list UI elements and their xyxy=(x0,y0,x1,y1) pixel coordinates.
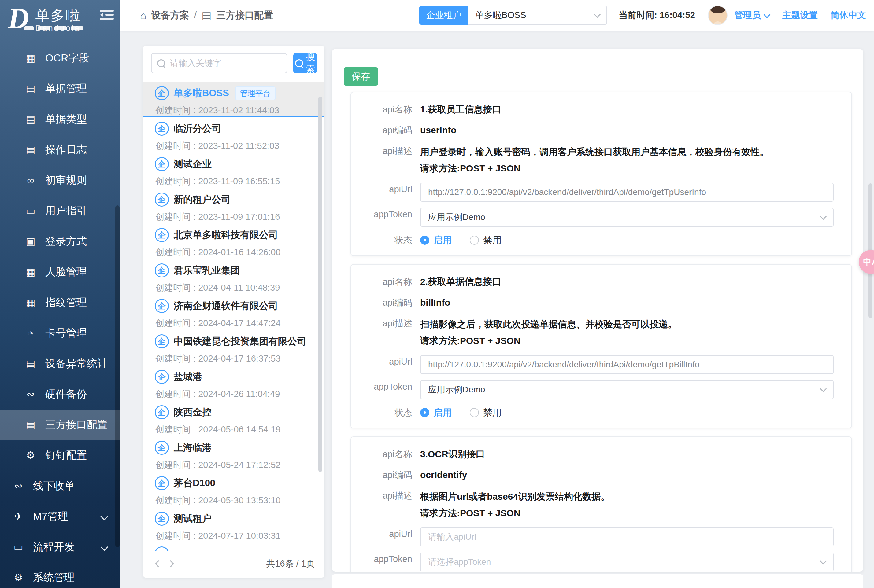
api-url-input[interactable] xyxy=(420,528,833,546)
current-time: 当前时间: 16:04:52 xyxy=(619,9,695,21)
sidebar-item-硬件备份[interactable]: ∾ 硬件备份 xyxy=(0,379,120,410)
disable-radio[interactable] xyxy=(470,236,479,245)
company-name: 新的租户公司 xyxy=(174,193,230,206)
sidebar-item-流程开发[interactable]: ▭ 流程开发 xyxy=(0,532,120,562)
sidebar-item-label: 登录方式 xyxy=(45,234,87,249)
sidebar-item-操作日志[interactable]: ▤ 操作日志 xyxy=(0,135,120,165)
theme-settings-link[interactable]: 主题设置 xyxy=(782,9,818,21)
sidebar-item-OCR字段[interactable]: ▦ OCR字段 xyxy=(0,43,120,74)
company-name: 测试租户 xyxy=(174,512,212,525)
company-name: 临沂分公司 xyxy=(174,122,221,135)
sidebar-item-钉钉配置[interactable]: ⚙ 钉钉配置 xyxy=(0,440,120,471)
enterprise-icon: 企 xyxy=(155,122,169,136)
disable-radio-label[interactable]: 禁用 xyxy=(483,406,501,419)
company-list-item[interactable]: 企 陕西金控 创建时间 : 2024-05-06 14:54:19 xyxy=(151,401,316,436)
company-list-item[interactable]: 企 盐城港 创建时间 : 2024-04-26 11:04:49 xyxy=(151,366,316,401)
company-list-item[interactable]: 企 君乐宝乳业集团 创建时间 : 2024-04-11 10:48:39 xyxy=(151,259,316,295)
sidebar-item-单据类型[interactable]: ▤ 单据类型 xyxy=(0,104,120,135)
breadcrumb-separator: / xyxy=(194,10,197,21)
enable-radio-label[interactable]: 启用 xyxy=(434,406,452,419)
status-label: 状态 xyxy=(351,233,420,247)
sidebar-item-线下收单[interactable]: ∾ 线下收单 xyxy=(0,471,120,501)
prev-page-button[interactable] xyxy=(152,558,164,570)
company-list-item[interactable]: 企 上海临港 创建时间 : 2024-05-24 17:12:52 xyxy=(151,436,316,472)
company-list-item[interactable]: 企 临沂分公司 创建时间 : 2023-11-02 11:52:03 xyxy=(151,117,316,153)
sidebar-item-用户指引[interactable]: ▭ 用户指引 xyxy=(0,196,120,226)
sidebar-item-label: 单据类型 xyxy=(45,112,87,126)
company-name: 单多啦BOSS xyxy=(174,87,229,100)
search-input[interactable] xyxy=(169,58,281,69)
disable-radio-label[interactable]: 禁用 xyxy=(483,234,501,247)
search-icon xyxy=(157,59,165,67)
app-screen: D 单多啦 Danduola ▦ OCR字段 ▤ 单据管理 ▤ 单据类型 xyxy=(0,0,874,588)
sidebar-item-人脸管理[interactable]: ▦ 人脸管理 xyxy=(0,257,120,287)
company-list-item[interactable]: 企 中国铁建昆仑投资集团有限公司 创建时间 : 2024-04-17 16:37… xyxy=(151,330,316,366)
breadcrumb-device-plan[interactable]: 设备方案 xyxy=(151,9,189,22)
app-token-value: 请选择appToken xyxy=(428,556,491,568)
grid-icon: ▦ xyxy=(24,52,37,64)
api-config-panel: 保存 api名称 1.获取员工信息接口 api编码 userInfo api描述… xyxy=(332,49,863,572)
link-icon: ∾ xyxy=(12,480,25,491)
api-desc-text: 根据图片url或者base64识别发票结构化数据。 xyxy=(420,491,610,501)
app-token-select[interactable]: 应用示例Demo xyxy=(420,380,833,399)
sidebar-item-M7管理[interactable]: ✈ M7管理 xyxy=(0,501,120,532)
api-url-input[interactable] xyxy=(420,355,833,374)
header-actions: 企业租户 单多啦BOSS 当前时间: 16:04:52 管理员 主题设置 简体中… xyxy=(419,6,866,25)
app-token-value: 应用示例Demo xyxy=(428,384,485,396)
monitor-icon: ▭ xyxy=(24,206,37,216)
company-list-scrollbar[interactable] xyxy=(318,97,322,472)
sidebar-item-卡号管理[interactable]: ◔ 卡号管理 xyxy=(0,318,120,348)
sidebar-scrollbar[interactable] xyxy=(115,206,120,547)
company-list-item-clipped[interactable] xyxy=(155,546,316,551)
search-button[interactable]: 搜索 xyxy=(293,53,317,74)
logo[interactable]: D 单多啦 Danduola xyxy=(0,0,120,44)
app-token-select[interactable]: 应用示例Demo xyxy=(420,208,833,227)
company-name: 北京单多啦科技有限公司 xyxy=(174,229,278,242)
sidebar-item-系统管理[interactable]: ⚙ 系统管理 xyxy=(0,562,120,588)
document-icon: ▤ xyxy=(24,144,37,155)
avatar[interactable] xyxy=(708,6,728,25)
collapse-sidebar-icon[interactable] xyxy=(100,10,114,21)
company-list-item[interactable]: 企 新的租户公司 创建时间 : 2023-11-09 17:01:16 xyxy=(151,188,316,224)
company-list-item[interactable]: 企 测试企业 创建时间 : 2023-11-09 16:55:15 xyxy=(151,153,316,188)
user-role-menu[interactable]: 管理员 xyxy=(734,9,769,21)
save-button[interactable]: 保存 xyxy=(344,67,378,86)
sidebar-item-label: 硬件备份 xyxy=(45,387,87,401)
sidebar-item-指纹管理[interactable]: ▦ 指纹管理 xyxy=(0,287,120,318)
enterprise-icon: 企 xyxy=(155,512,169,526)
enterprise-icon: 企 xyxy=(155,299,169,313)
enable-radio[interactable] xyxy=(420,408,429,417)
sidebar-item-单据管理[interactable]: ▤ 单据管理 xyxy=(0,74,120,104)
chevron-down-icon xyxy=(100,543,108,551)
language-link[interactable]: 简体中文 xyxy=(830,9,866,21)
company-list-item[interactable]: 企 茅台D100 创建时间 : 2024-05-30 13:53:10 xyxy=(151,472,316,507)
company-name: 济南企财通软件有限公司 xyxy=(174,300,278,312)
api-desc-label: api描述 xyxy=(351,316,420,330)
api-code-label: api编码 xyxy=(351,468,420,482)
company-name: 盐城港 xyxy=(174,370,202,383)
breadcrumb-third-api[interactable]: 三方接口配置 xyxy=(216,9,273,22)
breadcrumb: ⌂ 设备方案 / ▤ 三方接口配置 xyxy=(140,9,273,22)
document-icon: ▤ xyxy=(24,114,37,125)
company-list-item[interactable]: 企 济南企财通软件有限公司 创建时间 : 2024-04-17 14:47:24 xyxy=(151,295,316,330)
enterprise-icon xyxy=(155,546,169,551)
enable-radio[interactable] xyxy=(420,236,429,245)
disable-radio[interactable] xyxy=(470,408,479,417)
sidebar-item-label: 人脸管理 xyxy=(45,265,87,279)
top-header: ⌂ 设备方案 / ▤ 三方接口配置 企业租户 单多啦BOSS 当前时间: 16:… xyxy=(120,0,874,30)
next-page-button[interactable] xyxy=(164,558,177,570)
sidebar-item-三方接口配置[interactable]: ▤ 三方接口配置 xyxy=(0,410,120,440)
company-list-item[interactable]: 企 北京单多啦科技有限公司 创建时间 : 2024-01-16 14:26:00 xyxy=(151,224,316,259)
tenant-select[interactable]: 单多啦BOSS xyxy=(468,6,607,25)
api-url-input[interactable] xyxy=(420,183,833,202)
chevron-down-icon xyxy=(820,558,827,565)
sidebar-item-初审规则[interactable]: ∞ 初审规则 xyxy=(0,165,120,196)
sidebar-item-设备异常统计[interactable]: ▤ 设备异常统计 xyxy=(0,348,120,379)
company-name: 君乐宝乳业集团 xyxy=(174,264,240,277)
company-list-item[interactable]: 企 单多啦BOSS 管理平台 创建时间 : 2023-11-02 11:44:0… xyxy=(143,82,324,117)
sidebar-item-label: 钉钉配置 xyxy=(45,448,87,462)
company-list-item[interactable]: 企 测试租户 创建时间 : 2024-07-17 10:03:31 xyxy=(151,507,316,543)
sidebar-item-登录方式[interactable]: ▣ 登录方式 xyxy=(0,226,120,257)
enable-radio-label[interactable]: 启用 xyxy=(434,234,452,247)
app-token-select[interactable]: 请选择appToken xyxy=(420,552,833,572)
